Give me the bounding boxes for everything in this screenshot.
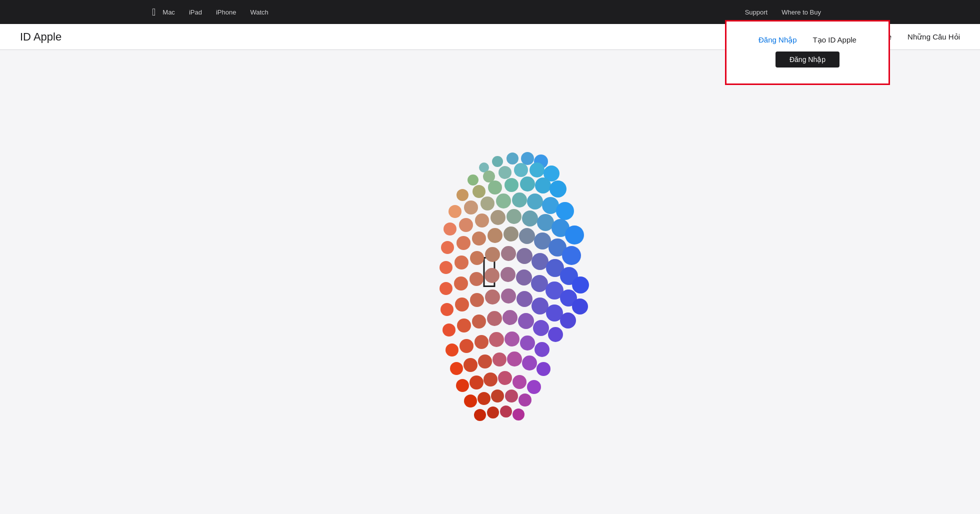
dot	[527, 380, 541, 394]
dot	[506, 152, 518, 164]
dot	[491, 390, 504, 402]
dot	[487, 406, 499, 418]
dot	[480, 196, 494, 210]
dot	[496, 194, 511, 208]
dot	[501, 288, 516, 304]
dot	[504, 178, 518, 192]
dot	[556, 202, 574, 220]
nhung-cau-hoi-link[interactable]: Những Câu Hỏi	[908, 32, 960, 42]
dot	[454, 276, 468, 290]
nav-item-where-to-buy[interactable]: Where to Buy	[774, 8, 828, 16]
dot	[516, 270, 532, 286]
dot	[446, 344, 458, 356]
dot	[470, 251, 484, 265]
dot	[516, 291, 532, 307]
dot	[565, 226, 584, 244]
dot	[488, 228, 502, 243]
dot	[470, 293, 484, 307]
dot	[441, 241, 454, 254]
dot	[470, 376, 484, 390]
dot	[506, 209, 522, 224]
dot	[484, 268, 500, 283]
dot	[472, 232, 486, 246]
dot	[500, 267, 516, 282]
dot	[464, 394, 477, 408]
main-content: 	[0, 50, 980, 475]
dot	[527, 194, 543, 210]
dot	[536, 362, 550, 376]
dot	[448, 205, 462, 218]
red-box-tao-id-link[interactable]: Tạo ID Apple	[813, 36, 856, 44]
dot	[450, 362, 463, 375]
dot	[474, 335, 488, 349]
dot	[512, 192, 527, 208]
dot	[535, 178, 551, 194]
nav-item-support[interactable]: Support	[738, 8, 775, 16]
dot	[534, 342, 550, 357]
apple-id-graphic: 	[360, 138, 620, 408]
dot	[501, 246, 516, 261]
dot	[456, 189, 468, 201]
dot	[484, 372, 498, 386]
dot	[522, 356, 537, 370]
nav-item-mac[interactable]: Mac	[156, 8, 182, 16]
dot	[478, 392, 490, 405]
dot	[470, 272, 484, 286]
dot	[548, 327, 563, 342]
dot	[492, 156, 503, 167]
dot	[475, 214, 489, 228]
nav-item-iphone[interactable]: iPhone	[209, 8, 243, 16]
dot	[442, 324, 456, 336]
dot	[520, 336, 535, 350]
dot	[520, 176, 535, 192]
dot	[533, 320, 549, 336]
dot	[512, 375, 526, 389]
dot	[572, 276, 589, 294]
dot	[440, 282, 452, 295]
dot	[489, 332, 504, 347]
dot	[516, 248, 532, 264]
dot	[490, 210, 506, 225]
page-title: ID Apple	[20, 30, 62, 44]
dot	[530, 162, 544, 178]
dot	[504, 226, 518, 242]
dot	[507, 352, 522, 366]
dot	[502, 310, 518, 325]
dot	[514, 163, 528, 177]
nav-item-watch[interactable]: Watch	[243, 8, 275, 16]
dot	[444, 222, 456, 236]
dot	[464, 358, 478, 372]
apple-logo-icon[interactable]: 	[152, 7, 156, 17]
dot	[504, 332, 520, 346]
dot	[468, 174, 478, 186]
dot	[519, 228, 535, 244]
red-box-dang-nhap-link[interactable]: Đăng Nhập	[758, 36, 797, 44]
dot	[460, 339, 474, 353]
dot	[485, 247, 500, 262]
dot	[474, 409, 486, 421]
nav-item-ipad[interactable]: iPad	[182, 8, 209, 16]
dot	[440, 303, 454, 316]
dot	[487, 311, 502, 326]
dot	[522, 210, 538, 226]
dot	[560, 312, 576, 328]
dot	[456, 379, 469, 392]
dot	[498, 371, 512, 385]
dot	[562, 246, 581, 265]
dot	[492, 352, 506, 366]
dot	[454, 256, 468, 270]
red-highlight-box: Đăng Nhập Tạo ID Apple Đăng Nhập	[725, 20, 890, 85]
dot	[512, 408, 524, 420]
dot	[456, 236, 470, 250]
dot	[459, 218, 473, 232]
dot	[478, 354, 492, 368]
dot	[500, 406, 512, 418]
dot	[485, 290, 500, 304]
dot	[464, 200, 478, 214]
dot	[472, 185, 486, 198]
dot	[550, 180, 566, 198]
dot	[457, 318, 471, 332]
sub-header: ID Apple Đăng Nhập Tạo ID Apple Những Câ…	[0, 24, 980, 50]
dang-nhap-button[interactable]: Đăng Nhập	[776, 52, 840, 68]
dot	[472, 314, 486, 328]
